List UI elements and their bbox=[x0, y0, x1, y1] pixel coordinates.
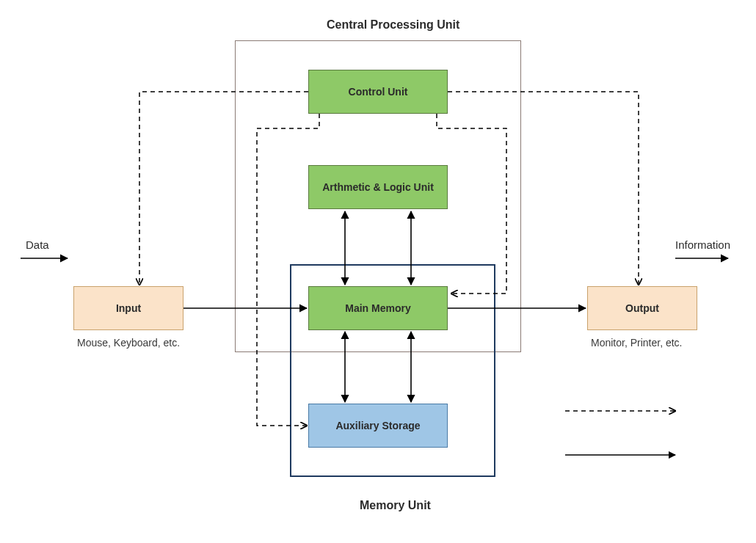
legend bbox=[565, 411, 675, 455]
data-label: Data bbox=[26, 238, 49, 251]
aux-storage-box: Auxiliary Storage bbox=[308, 404, 448, 448]
main-memory-box: Main Memory bbox=[308, 286, 448, 330]
information-label: Information bbox=[675, 238, 730, 251]
memory-title: Memory Unit bbox=[360, 499, 431, 512]
input-caption: Mouse, Keyboard, etc. bbox=[77, 336, 195, 349]
cpu-title: Central Processing Unit bbox=[327, 18, 459, 32]
output-box: Output bbox=[587, 286, 697, 330]
diagram-stage: Central Processing Unit Memory Unit Cont… bbox=[0, 0, 756, 543]
alu-box: Arthmetic & Logic Unit bbox=[308, 165, 448, 209]
output-caption: Monitor, Printer, etc. bbox=[591, 336, 716, 349]
input-box: Input bbox=[73, 286, 183, 330]
control-unit-box: Control Unit bbox=[308, 70, 448, 114]
